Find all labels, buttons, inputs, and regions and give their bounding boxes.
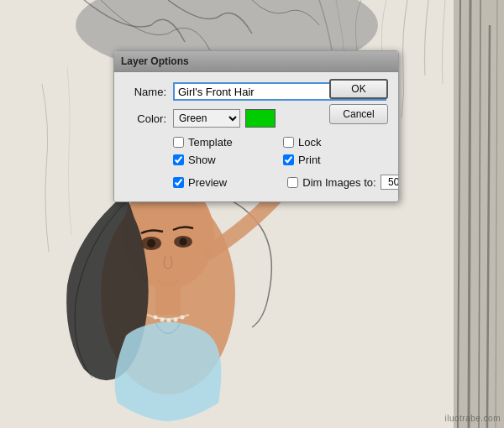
dialog-titlebar: Layer Options	[114, 51, 398, 72]
lock-label: Lock	[298, 136, 321, 149]
color-select[interactable]: Green None Red Blue	[173, 109, 240, 128]
template-checkbox-item[interactable]: Template	[173, 136, 276, 149]
preview-label: Preview	[188, 176, 227, 189]
show-checkbox[interactable]	[173, 154, 184, 165]
svg-point-20	[181, 316, 185, 320]
print-label: Print	[298, 154, 321, 166]
cancel-button[interactable]: Cancel	[329, 104, 388, 124]
name-label: Name:	[126, 86, 166, 98]
svg-point-17	[160, 318, 165, 322]
template-label: Template	[188, 136, 233, 149]
bottom-options-row: Preview Dim Images to: %	[173, 175, 386, 190]
show-label: Show	[188, 154, 216, 166]
template-checkbox[interactable]	[173, 137, 184, 148]
svg-line-4	[469, 0, 470, 428]
lock-checkbox[interactable]	[283, 137, 294, 148]
dim-value-input[interactable]	[381, 175, 399, 190]
svg-point-19	[174, 318, 178, 322]
dim-label: Dim Images to:	[302, 176, 375, 189]
dim-checkbox[interactable]	[287, 177, 298, 188]
svg-point-12	[147, 239, 155, 248]
color-swatch	[245, 109, 276, 128]
preview-checkbox[interactable]	[173, 177, 184, 188]
dim-row: Dim Images to: %	[287, 175, 399, 190]
svg-point-16	[154, 316, 158, 320]
dialog-title: Layer Options	[121, 55, 189, 67]
checkboxes-grid: Template Lock Show Print	[173, 136, 386, 166]
dialog-buttons: OK Cancel	[329, 79, 388, 124]
print-checkbox[interactable]	[283, 154, 294, 165]
watermark: iluotrabe.com	[444, 414, 501, 423]
svg-rect-15	[155, 281, 181, 315]
show-checkbox-item[interactable]: Show	[173, 154, 276, 166]
lock-checkbox-item[interactable]: Lock	[283, 136, 386, 149]
preview-checkbox-item[interactable]: Preview	[173, 176, 227, 189]
layer-options-dialog: Layer Options Name: Color: Green None Re…	[113, 50, 399, 202]
color-label: Color:	[126, 112, 166, 125]
svg-point-14	[180, 238, 187, 246]
print-checkbox-item[interactable]: Print	[283, 154, 386, 166]
ok-button[interactable]: OK	[329, 79, 388, 99]
